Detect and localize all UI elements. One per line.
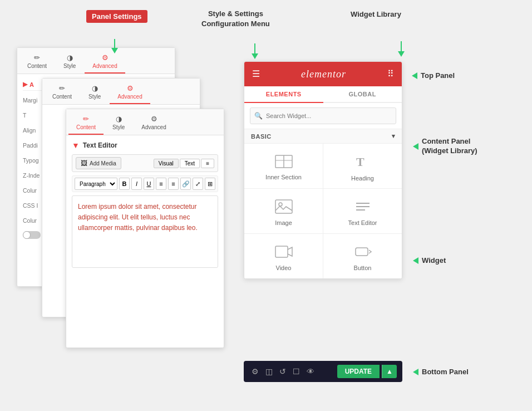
widget-image[interactable]: Image (244, 189, 323, 233)
style-settings-text: Style & SettingsConfiguration Menu (201, 9, 270, 28)
top-panel-label: Top Panel (421, 71, 455, 80)
list-ol-button[interactable]: ≡ (168, 178, 179, 190)
bottom-panel: ⚙ ◫ ↺ ☐ 👁 UPDATE ▲ (244, 361, 402, 382)
tab-content-l2[interactable]: ✏ Content (45, 82, 80, 104)
tab-bar-l2: ✏ Content ◑ Style ⚙ Advanced (42, 79, 200, 105)
arrow-left-3 (413, 257, 418, 264)
tab-content-l3[interactable]: ✏ Content (68, 112, 104, 135)
svg-text:T: T (356, 155, 364, 169)
more-tab[interactable]: ≡ (201, 159, 214, 168)
paragraph-select[interactable]: Paragraph (75, 178, 117, 190)
panel-settings-badge: Panel Settings (86, 10, 147, 23)
visual-tab[interactable]: Visual (154, 159, 179, 168)
top-panel-annotation: Top Panel (412, 71, 455, 80)
section-label-l1: A (29, 81, 34, 88)
style-icon-l3: ◑ (116, 115, 122, 123)
arrow-left-1 (412, 72, 417, 79)
global-tab[interactable]: GLOBAL (323, 86, 402, 103)
settings-icon[interactable]: ⚙ (249, 367, 261, 376)
text-editor-panel: ▼ Text Editor 🖼 Add Media Visual Text ≡ … (66, 135, 224, 273)
history-icon[interactable]: ↺ (277, 367, 288, 376)
library-tabs: ELEMENTS GLOBAL (244, 86, 402, 103)
italic-button[interactable]: I (131, 178, 142, 190)
toggle-slider[interactable] (23, 231, 41, 239)
panel-settings-label: Panel Settings (92, 12, 142, 21)
widget-heading[interactable]: T Heading (323, 144, 402, 188)
tab-advanced-l3[interactable]: ⚙ Advanced (134, 112, 174, 135)
update-button[interactable]: UPDATE (337, 365, 380, 378)
fullscreen-button[interactable]: ⤢ (193, 178, 203, 190)
section-label-text: BASIC (251, 133, 272, 140)
chevron-down-icon: ▾ (392, 133, 396, 140)
heading-icon: T (355, 154, 371, 172)
layers-icon[interactable]: ◫ (263, 367, 275, 376)
widget-inner-section[interactable]: Inner Section (244, 144, 323, 188)
widget-library-label: Widget Library (351, 10, 401, 18)
widget-video[interactable]: Video (244, 234, 323, 278)
grid-button[interactable]: ⊞ (205, 178, 215, 190)
tab-style-label-l3: Style (112, 124, 125, 130)
grid-view-icon[interactable]: ⠿ (387, 70, 394, 79)
tab-style-l1[interactable]: ◑ Style (56, 51, 83, 74)
link-button[interactable]: 🔗 (180, 178, 191, 190)
tab-content-l1[interactable]: ✏ Content (19, 51, 55, 74)
image-label: Image (275, 219, 292, 226)
elementor-topbar: ☰ elementor ⠿ (244, 62, 402, 86)
text-editor-content[interactable]: Lorem ipsum dolor sit amet, consectetur … (72, 195, 218, 268)
arrow-icon-l1: ▶ (23, 81, 27, 88)
pencil-icon-l1: ✏ (34, 53, 40, 62)
inner-section-icon (275, 155, 293, 170)
add-media-button[interactable]: 🖼 Add Media (76, 157, 121, 169)
tab-advanced-label-l2: Advanced (117, 94, 142, 100)
panel-settings-arrow (111, 39, 118, 53)
widget-annotation: Widget (413, 256, 446, 265)
tab-bar-l3: ✏ Content ◑ Style ⚙ Advanced (66, 109, 224, 135)
svg-rect-10 (356, 248, 368, 256)
tab-style-l2[interactable]: ◑ Style (81, 82, 109, 104)
arrow-line-v1 (114, 39, 115, 48)
text-editor-title-row: ▼ Text Editor (72, 141, 218, 150)
format-bar: Paragraph B I U ≡ ≡ 🔗 ⤢ ⊞ (72, 175, 218, 192)
update-arrow-button[interactable]: ▲ (382, 365, 397, 378)
image-plus-icon: 🖼 (81, 159, 87, 167)
widget-button[interactable]: Button (323, 234, 402, 278)
style-settings-label: Style & SettingsConfiguration Menu (201, 9, 270, 29)
tab-advanced-label-l1: Advanced (92, 63, 117, 69)
text-editor-icon (354, 199, 372, 216)
heading-label: Heading (351, 175, 374, 182)
svg-rect-9 (275, 246, 288, 257)
elements-tab[interactable]: ELEMENTS (244, 86, 323, 103)
search-input[interactable] (250, 107, 396, 124)
text-tab[interactable]: Text (180, 159, 200, 168)
widget-label: Widget (422, 256, 446, 265)
visual-text-tabs: Visual Text ≡ (154, 159, 214, 168)
button-label: Button (354, 265, 372, 271)
bold-button[interactable]: B (119, 178, 130, 190)
button-icon (354, 244, 372, 261)
text-editor-text: Lorem ipsum dolor sit amet, consectetur … (78, 203, 198, 232)
bottom-panel-label: Bottom Panel (422, 368, 469, 376)
tab-content-label-l2: Content (52, 94, 72, 100)
tab-advanced-l2[interactable]: ⚙ Advanced (110, 82, 150, 104)
tab-advanced-l1[interactable]: ⚙ Advanced (85, 51, 125, 74)
tab-advanced-label-l3: Advanced (141, 124, 166, 130)
content-panel-annotation: Content Panel(Widget Library) (413, 137, 477, 156)
underline-button[interactable]: U (144, 178, 154, 190)
widget-library: ☰ elementor ⠿ ELEMENTS GLOBAL 🔍 BASIC ▾ (244, 61, 402, 279)
preview-icon[interactable]: 👁 (304, 367, 317, 376)
hamburger-icon[interactable]: ☰ (252, 70, 260, 79)
video-label: Video (276, 265, 292, 271)
tab-style-l3[interactable]: ◑ Style (105, 112, 132, 135)
text-editor-toolbar: 🖼 Add Media Visual Text ≡ (72, 154, 218, 172)
widget-library-text: Widget Library (351, 10, 401, 18)
widget-library-arrow (398, 41, 405, 57)
gear-icon-l1: ⚙ (102, 53, 109, 62)
content-panel-label: Content Panel(Widget Library) (422, 137, 477, 156)
widget-text-editor[interactable]: Text Editor (323, 189, 402, 233)
arrow-head-1 (111, 48, 118, 53)
arrow-line-v3 (401, 41, 402, 51)
list-ul-button[interactable]: ≡ (156, 178, 166, 190)
arrow-line-v2 (254, 43, 255, 53)
video-icon (275, 244, 293, 261)
responsive-icon[interactable]: ☐ (290, 367, 302, 376)
